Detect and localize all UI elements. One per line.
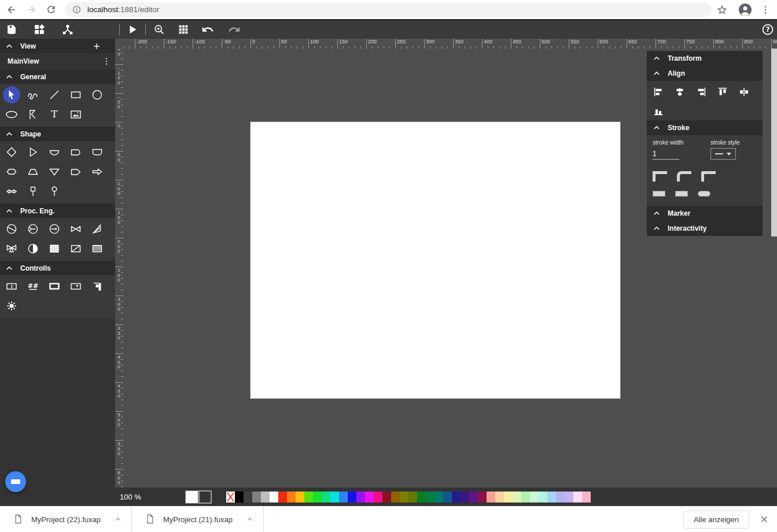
tool-light[interactable] xyxy=(1,296,22,316)
tool-circle[interactable] xyxy=(86,85,108,105)
tool-circle-tee[interactable] xyxy=(43,219,65,239)
page-info-icon[interactable] xyxy=(72,5,82,14)
tool-pentagon-right[interactable] xyxy=(65,162,86,182)
palette-swatch[interactable] xyxy=(252,492,261,503)
palette-swatch[interactable] xyxy=(478,492,487,503)
tool-diagonal-rect[interactable] xyxy=(65,239,86,258)
tool-image[interactable] xyxy=(65,105,86,124)
palette-swatch[interactable] xyxy=(400,492,408,503)
palette-swatch[interactable] xyxy=(521,492,530,503)
view-menu-icon[interactable] xyxy=(102,57,110,66)
palette-swatch[interactable] xyxy=(547,492,556,503)
sidebar-item-mainview[interactable]: MainView xyxy=(0,53,115,69)
fill-color-swatch[interactable] xyxy=(185,490,198,504)
download-item[interactable]: MyProject (22).fuxap xyxy=(0,507,132,532)
download-menu-chevron-icon[interactable] xyxy=(246,515,254,523)
palette-swatch[interactable] xyxy=(426,492,434,503)
palette-swatch[interactable] xyxy=(513,492,521,503)
palette-swatch[interactable] xyxy=(296,492,304,503)
close-downloads-icon[interactable] xyxy=(759,514,769,524)
palette-swatch[interactable] xyxy=(287,492,296,503)
palette-swatch[interactable] xyxy=(261,492,270,503)
tool-rounded-rect[interactable] xyxy=(65,142,86,162)
tool-striped-rect[interactable] xyxy=(86,239,108,258)
tool-align-center-h[interactable] xyxy=(669,82,690,101)
tool-align-bottom[interactable] xyxy=(647,101,669,120)
profile-avatar[interactable] xyxy=(738,3,752,17)
palette-swatch[interactable] xyxy=(443,492,452,503)
stroke-width-input[interactable] xyxy=(653,149,679,160)
browser-back-icon[interactable] xyxy=(6,4,17,16)
tool-tub[interactable] xyxy=(86,142,108,162)
tool-valve[interactable] xyxy=(65,219,86,239)
save-icon[interactable] xyxy=(5,23,18,36)
palette-swatch[interactable] xyxy=(382,492,391,503)
palette-swatch[interactable] xyxy=(417,492,426,503)
palette-swatch[interactable] xyxy=(365,492,374,503)
show-all-downloads-button[interactable]: Alle anzeigen xyxy=(683,511,749,529)
palette-swatch[interactable] xyxy=(391,492,400,503)
tool-ellipse[interactable] xyxy=(1,105,22,124)
palette-swatch[interactable] xyxy=(434,492,443,503)
zoom-in-icon[interactable] xyxy=(153,23,165,36)
tool-pin-square[interactable] xyxy=(22,182,43,201)
download-menu-chevron-icon[interactable] xyxy=(114,515,122,523)
palette-swatch[interactable] xyxy=(556,492,565,503)
tool-rectangle[interactable] xyxy=(65,85,86,105)
palette-swatch[interactable] xyxy=(452,492,461,503)
widgets-icon[interactable] xyxy=(33,23,46,36)
palette-swatch[interactable] xyxy=(495,492,504,503)
tool-value-display[interactable]: ## xyxy=(22,276,43,296)
tool-line[interactable] xyxy=(43,85,65,105)
align-section-header[interactable]: Align xyxy=(647,66,763,81)
tool-gauge[interactable] xyxy=(86,276,108,296)
play-icon[interactable] xyxy=(126,23,139,36)
tool-trapezoid[interactable] xyxy=(22,162,43,182)
tool-pin-circle[interactable] xyxy=(43,182,65,201)
palette-swatch[interactable] xyxy=(408,492,417,503)
tool-align-top[interactable] xyxy=(712,82,733,101)
tool-triangle-right[interactable] xyxy=(22,142,43,162)
stroke-style-select[interactable] xyxy=(710,148,736,160)
tool-triangle-down[interactable] xyxy=(43,162,65,182)
tool-text[interactable]: T xyxy=(43,105,65,124)
palette-transparent-swatch[interactable] xyxy=(226,492,235,503)
tool-align-right[interactable] xyxy=(690,82,712,101)
tool-valve-actuated[interactable] xyxy=(1,239,22,258)
interactivity-section-header[interactable]: Interactivity xyxy=(647,221,763,236)
tool-double-arrow[interactable] xyxy=(1,182,22,201)
palette-swatch[interactable] xyxy=(469,492,478,503)
browser-menu-icon[interactable] xyxy=(760,5,771,15)
cap-square-button[interactable] xyxy=(675,191,688,197)
tool-select[interactable] xyxy=(65,276,86,296)
palette-swatch[interactable] xyxy=(244,492,252,503)
palette-swatch[interactable] xyxy=(356,492,365,503)
palette-swatch[interactable] xyxy=(278,492,287,503)
section-header-controlls[interactable]: Controlls xyxy=(0,261,115,275)
palette-swatch[interactable] xyxy=(235,492,244,503)
palette-swatch[interactable] xyxy=(270,492,278,503)
cap-round-button[interactable] xyxy=(698,191,710,197)
join-round-button[interactable] xyxy=(677,171,691,182)
tool-cursor[interactable] xyxy=(1,85,22,105)
tool-valve-3way[interactable] xyxy=(22,219,43,239)
tool-half-circle[interactable] xyxy=(43,142,65,162)
bookmark-star-icon[interactable] xyxy=(716,4,728,16)
palette-swatch[interactable] xyxy=(504,492,513,503)
palette-swatch[interactable] xyxy=(539,492,547,503)
tool-half-circle-filled[interactable] xyxy=(22,239,43,258)
tool-path[interactable] xyxy=(22,105,43,124)
undo-icon[interactable] xyxy=(201,23,214,36)
tool-pump[interactable] xyxy=(1,219,22,239)
marker-section-header[interactable]: Marker xyxy=(647,206,763,221)
add-view-icon[interactable] xyxy=(92,42,101,51)
stroke-section-header[interactable]: Stroke xyxy=(647,120,763,135)
cap-butt-button[interactable] xyxy=(653,191,665,197)
browser-forward-icon[interactable] xyxy=(25,4,37,16)
palette-swatch[interactable] xyxy=(573,492,582,503)
palette-swatch[interactable] xyxy=(374,492,382,503)
palette-swatch[interactable] xyxy=(582,492,591,503)
join-miter-button[interactable] xyxy=(653,171,667,182)
tool-input[interactable] xyxy=(1,276,22,296)
tool-compressor[interactable] xyxy=(86,219,108,239)
